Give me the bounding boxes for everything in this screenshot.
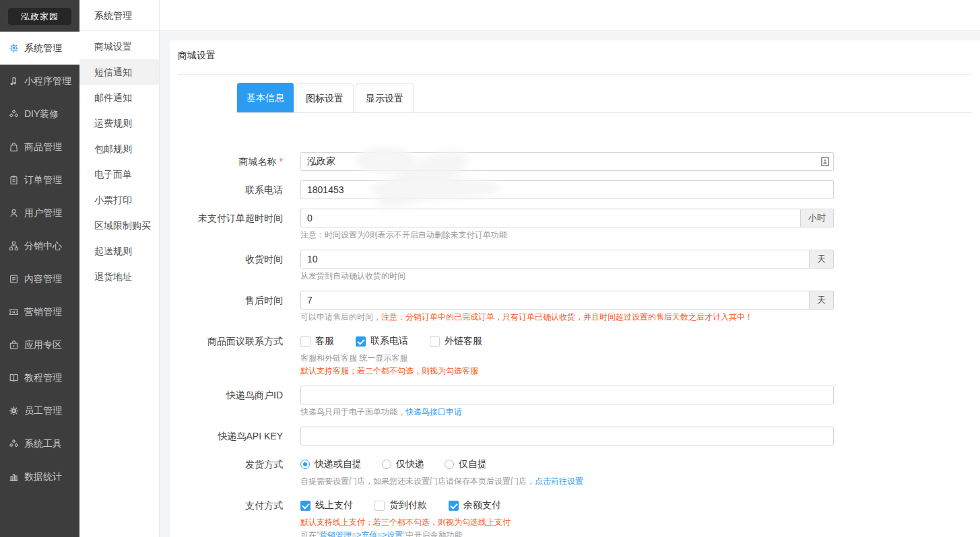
delivery-method-option-0[interactable]: 快递或自提: [300, 455, 362, 474]
autofill-contact-icon: [821, 157, 829, 166]
submenu-item-1[interactable]: 短信通知: [79, 59, 159, 85]
field-label-kdniao-api-key: 快递鸟API KEY: [170, 427, 283, 445]
sidebar-item-4[interactable]: 订单管理: [0, 164, 79, 196]
tab-0[interactable]: 基本信息: [237, 83, 294, 112]
checkbox-unchecked-icon[interactable]: [374, 501, 385, 511]
form-row-negotiation-contact: 商品面议联系方式客服联系电话外链客服客服和外链客服 统一显示客服默认支持客服；若…: [170, 332, 980, 376]
sidebar-item-10[interactable]: 教程管理: [0, 361, 79, 394]
checkbox-checked-icon[interactable]: [449, 501, 459, 511]
sidebar-item-6[interactable]: 分销中心: [0, 229, 79, 262]
payment-method-option-2[interactable]: 余额支付: [449, 496, 501, 515]
aftersale-time-input[interactable]: [300, 291, 810, 310]
sidebar-item-9[interactable]: 应用专区: [0, 328, 79, 361]
receive-time-input[interactable]: [300, 250, 810, 268]
radio-label: 仅快递: [396, 458, 424, 470]
kdniao-merchant-id-input-wrap: [300, 386, 834, 404]
mall-name-input[interactable]: [300, 152, 834, 171]
sidebar-item-5[interactable]: 用户管理: [0, 196, 79, 229]
sidebar-item-3[interactable]: 商品管理: [0, 131, 79, 164]
sidebar-item-11[interactable]: 员工管理: [0, 394, 79, 427]
unpaid-order-timeout-unit-addon: 小时: [800, 209, 834, 227]
submenu-item-0[interactable]: 商城设置: [79, 34, 159, 59]
delivery-method-hint-0: 自提需要设置门店，如果您还未设置门店请保存本页后设置门店，点击前往设置: [300, 476, 834, 487]
payment-method-option-0[interactable]: 线上支付: [300, 496, 353, 515]
marketing-ticket-icon: [8, 307, 19, 318]
hint-text: 客服和外链客服 统一显示客服: [300, 353, 407, 363]
course-book-icon: [8, 373, 19, 384]
checkbox-unchecked-icon[interactable]: [430, 336, 440, 347]
sub-sidebar: 系统管理 商城设置短信通知邮件通知运费规则包邮规则电子面单小票打印区域限制购买起…: [79, 0, 160, 537]
checkbox-unchecked-icon[interactable]: [300, 336, 311, 347]
required-asterisk: *: [280, 156, 283, 167]
form-row-kdniao-api-key: 快递鸟API KEY: [170, 427, 980, 445]
field-label-aftersale-time: 售后时间: [170, 291, 283, 322]
sidebar-item-0[interactable]: 系统管理: [0, 32, 79, 65]
delivery-method-option-2[interactable]: 仅自提: [445, 455, 487, 474]
field-label-unpaid-order-timeout: 未支付订单超时时间: [170, 209, 283, 240]
sidebar-item-13[interactable]: 数据统计: [0, 460, 79, 493]
field-aftersale-time: 天可以申请售后的时间，注意：分销订单中的已完成订单，只有订单已确认收货，并且时间…: [300, 291, 834, 322]
unpaid-order-timeout-input-wrap: 小时: [300, 209, 834, 227]
sidebar-item-7[interactable]: 内容管理: [0, 262, 79, 295]
hint-link[interactable]: 营销管理=>充值=>设置: [319, 530, 403, 537]
tab-2[interactable]: 显示设置: [356, 83, 414, 112]
submenu-item-5[interactable]: 电子面单: [79, 162, 159, 187]
diy-diamonds-icon: [8, 109, 19, 120]
contact-phone-input[interactable]: [300, 180, 834, 199]
main-sidebar: 泓政家园 系统管理小程序管理DIY装修商品管理订单管理用户管理分销中心内容管理营…: [0, 0, 79, 537]
field-label-payment-method: 支付方式: [170, 496, 283, 537]
checkbox-checked-icon[interactable]: [356, 336, 366, 347]
radio-unselected-icon[interactable]: [445, 460, 454, 469]
negotiation-contact-option-1[interactable]: 联系电话: [356, 332, 408, 351]
submenu-item-6[interactable]: 小票打印: [79, 187, 159, 213]
hint-text: 自提需要设置门店，如果您还未设置门店请保存本页后设置门店，: [300, 476, 535, 486]
receive-time-hint-0: 从发货到自动确认收货的时间: [300, 271, 834, 281]
hint-link[interactable]: 点击前往设置: [535, 476, 583, 486]
sidebar-item-label: 系统工具: [24, 438, 62, 450]
radio-selected-icon[interactable]: [300, 460, 310, 469]
delivery-method-option-1[interactable]: 仅快递: [382, 455, 424, 474]
hint-link[interactable]: 快递鸟接口申请: [405, 407, 462, 417]
submenu-item-9[interactable]: 退货地址: [79, 264, 159, 289]
submenu-item-4[interactable]: 包邮规则: [79, 136, 159, 162]
form-row-mall-name: 商城名称*: [170, 152, 980, 171]
mall-name-input-wrap: [300, 152, 834, 171]
goods-bag-icon: [8, 142, 19, 153]
negotiation-contact-option-0[interactable]: 客服: [300, 332, 334, 351]
hint-text: 注意：时间设置为0则表示不开启自动删除未支付订单功能: [300, 230, 507, 240]
sidebar-item-label: 数据统计: [24, 471, 62, 483]
sidebar-item-8[interactable]: 营销管理: [0, 295, 79, 328]
field-label-text: 快递鸟API KEY: [218, 431, 283, 441]
checkbox-checked-icon[interactable]: [300, 501, 311, 511]
field-label-delivery-method: 发货方式: [170, 455, 283, 487]
submenu-item-3[interactable]: 运费规则: [79, 110, 159, 136]
payment-method-option-1[interactable]: 货到付款: [374, 496, 427, 515]
hint-text: 从发货到自动确认收货的时间: [300, 271, 405, 281]
kdniao-merchant-id-input[interactable]: [300, 386, 834, 404]
checkbox-label: 联系电话: [370, 335, 408, 347]
sidebar-item-1[interactable]: 小程序管理: [0, 65, 79, 98]
form-row-kdniao-merchant-id: 快递鸟商户ID快递鸟只用于电子面单功能，快递鸟接口申请: [170, 386, 980, 417]
field-label-kdniao-merchant-id: 快递鸟商户ID: [170, 386, 283, 417]
settings-form: 商城名称*联系电话未支付订单超时时间小时注意：时间设置为0则表示不开启自动删除未…: [170, 152, 980, 537]
field-label-text: 未支付订单超时时间: [198, 213, 283, 223]
submenu-item-8[interactable]: 起送规则: [79, 238, 159, 264]
apps-store-icon: [8, 340, 19, 351]
field-contact-phone: [300, 180, 834, 199]
app-screen: 泓政家园 系统管理小程序管理DIY装修商品管理订单管理用户管理分销中心内容管理营…: [0, 0, 980, 537]
field-label-text: 商城名称: [239, 156, 277, 167]
radio-unselected-icon[interactable]: [382, 460, 391, 469]
radio-label: 快递或自提: [315, 458, 362, 470]
submenu-item-7[interactable]: 区域限制购买: [79, 213, 159, 238]
kdniao-api-key-input[interactable]: [300, 427, 834, 445]
negotiation-contact-option-2[interactable]: 外链客服: [430, 332, 482, 351]
top-header-bar: [160, 0, 980, 31]
sidebar-item-12[interactable]: 系统工具: [0, 427, 79, 460]
sidebar-item-2[interactable]: DIY装修: [0, 98, 79, 131]
submenu-item-2[interactable]: 邮件通知: [79, 85, 159, 110]
unpaid-order-timeout-input[interactable]: [300, 209, 801, 227]
form-row-aftersale-time: 售后时间天可以申请售后的时间，注意：分销订单中的已完成订单，只有订单已确认收货，…: [170, 291, 980, 322]
tab-1[interactable]: 图标设置: [296, 83, 354, 112]
field-label-text: 收货时间: [245, 254, 283, 264]
hint-text: 注意：分销订单中的已完成订单，只有订单已确认收货，并且时间超过设置的售后天数之后…: [381, 312, 753, 322]
